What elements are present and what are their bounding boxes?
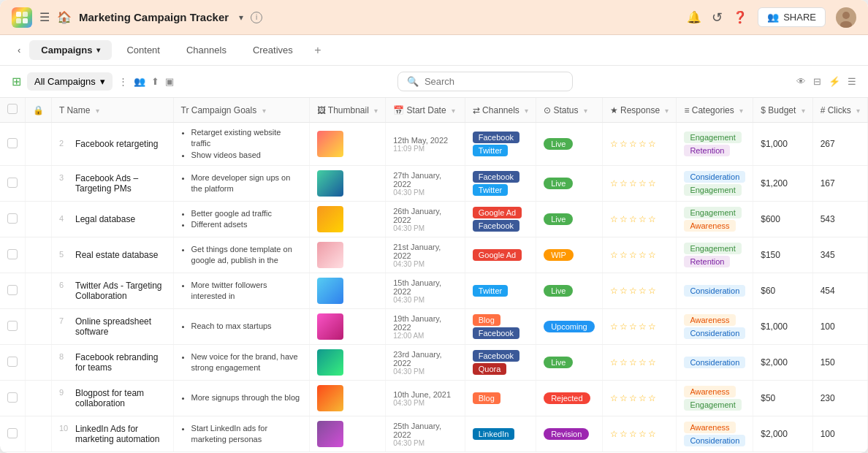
row-goals: New voice for the brand, have strong eng… (173, 345, 309, 381)
more-view-icon[interactable]: ☰ (848, 76, 856, 87)
th-thumbnail[interactable]: 🖼 Thumbnail ▾ (309, 98, 385, 123)
row-checkbox[interactable] (0, 273, 26, 309)
row-budget: $50 (753, 381, 812, 416)
row-categories: AwarenessConsideration (677, 416, 753, 452)
tab-campaigns[interactable]: Campaigns ▾ (29, 40, 112, 60)
status-badge: Live (544, 285, 573, 297)
more-options-icon[interactable]: ⋮ (118, 76, 128, 87)
table-row: 6 Twitter Ads - Targeting Collaboration … (0, 273, 868, 309)
row-categories: EngagementAwareness (677, 202, 753, 237)
th-name[interactable]: T Name ▾ (52, 98, 174, 123)
row-thumbnail (309, 345, 385, 381)
category-tag: Awareness (684, 220, 735, 232)
th-date[interactable]: 📅 Start Date ▾ (386, 98, 465, 123)
th-goals[interactable]: Tr Campaign Goals ▾ (173, 98, 309, 123)
th-checkbox[interactable] (0, 98, 26, 123)
channel-tag: Google Ad (473, 249, 522, 261)
search-bar[interactable]: 🔍 (397, 72, 573, 91)
row-status: Live (536, 345, 603, 381)
thumbnail-image (317, 349, 343, 376)
th-status[interactable]: ⊙ Status ▾ (536, 98, 603, 123)
app-logo (12, 7, 32, 28)
tab-channels[interactable]: Channels (175, 40, 238, 60)
all-campaigns-button[interactable]: All Campaigns ▾ (27, 72, 113, 91)
app-wrapper: ☰ 🏠 Marketing Campaign Tracker ▾ i 🔔 ↺ ❓… (0, 0, 868, 453)
table-container: 🔒 T Name ▾ Tr Campaign Goals ▾ 🖼 Thumbna… (0, 98, 868, 453)
history-icon[interactable]: ↺ (712, 9, 723, 26)
row-goals: More twitter followers interested in (173, 273, 309, 309)
notification-icon[interactable]: 🔔 (687, 10, 701, 24)
row-checkbox[interactable] (0, 123, 26, 166)
th-categories[interactable]: ≡ Categories ▾ (677, 98, 753, 123)
hidden-fields-icon[interactable]: 👁 (796, 76, 806, 87)
share-button[interactable]: 👥 SHARE (758, 7, 826, 27)
table-row: 8 Facebook rebranding for teams New voic… (0, 345, 868, 381)
toolbar-icons: ⋮ 👥 ⬆ ▣ (118, 76, 174, 87)
dropdown-chevron-icon: ▾ (100, 76, 105, 87)
row-status: Live (536, 123, 603, 166)
table-row: 2 Facebook retargeting Retarget existing… (0, 123, 868, 166)
row-date: 27th January, 202204:30 PM (386, 166, 465, 202)
svg-rect-0 (16, 12, 21, 17)
status-badge: Upcoming (544, 321, 595, 332)
nav-tab-arrow[interactable]: ‹ (12, 40, 26, 60)
row-lock (26, 309, 52, 345)
row-checkbox[interactable] (0, 381, 26, 416)
row-name: 4 Legal database (52, 202, 174, 237)
row-budget: $2,000 (753, 345, 812, 381)
row-date: 25th January, 202204:30 PM (386, 416, 465, 452)
row-categories: EngagementRetention (677, 123, 753, 166)
filter-icon[interactable]: ⊟ (813, 76, 821, 87)
tab-content[interactable]: Content (115, 40, 172, 60)
app-title: Marketing Campaign Tracker (79, 11, 229, 23)
row-channels: Google Ad (465, 237, 536, 273)
category-tag: Consideration (684, 435, 745, 446)
row-goals: More signups through the blog (173, 381, 309, 416)
row-lock (26, 237, 52, 273)
table-header-row: 🔒 T Name ▾ Tr Campaign Goals ▾ 🖼 Thumbna… (0, 98, 868, 123)
thumbnail-image (317, 385, 343, 411)
view-icon[interactable]: ▣ (165, 76, 174, 87)
response-stars: ☆☆☆☆☆ (610, 393, 658, 403)
row-status: WIP (536, 237, 603, 273)
th-response[interactable]: ★ Response ▾ (602, 98, 677, 123)
th-channels[interactable]: ⇄ Channels ▾ (465, 98, 536, 123)
title-chevron-icon[interactable]: ▾ (239, 12, 243, 23)
th-budget[interactable]: $ Budget ▾ (753, 98, 812, 123)
hamburger-icon[interactable]: ☰ (39, 10, 50, 24)
add-tab-button[interactable]: + (308, 40, 328, 61)
sort-icon[interactable]: ⚡ (829, 76, 840, 87)
table-row: 10 LinkedIn Ads for marketing automation… (0, 416, 868, 452)
top-bar: ☰ 🏠 Marketing Campaign Tracker ▾ i 🔔 ↺ ❓… (0, 0, 868, 35)
export-icon[interactable]: ⬆ (151, 76, 159, 87)
group-icon[interactable]: 👥 (134, 76, 145, 87)
category-tag: Engagement (684, 243, 741, 254)
search-input[interactable] (425, 76, 563, 87)
row-checkbox[interactable] (0, 345, 26, 381)
th-clicks[interactable]: # Clicks ▾ (812, 98, 867, 123)
category-tag: Awareness (684, 314, 735, 326)
table-row: 9 Blogpost for team collaboration More s… (0, 381, 868, 416)
row-lock (26, 123, 52, 166)
row-clicks: 230 (812, 381, 867, 416)
response-stars: ☆☆☆☆☆ (610, 178, 658, 189)
row-checkbox[interactable] (0, 309, 26, 345)
channel-tag: Twitter (473, 184, 508, 196)
row-thumbnail (309, 309, 385, 345)
row-checkbox[interactable] (0, 416, 26, 452)
channel-tag: Facebook (473, 171, 519, 183)
row-clicks: 267 (812, 123, 867, 166)
row-thumbnail (309, 202, 385, 237)
channel-tag: LinkedIn (473, 428, 515, 440)
tab-creatives[interactable]: Creatives (241, 40, 305, 60)
row-response: ☆☆☆☆☆ (602, 123, 677, 166)
row-checkbox[interactable] (0, 202, 26, 237)
row-checkbox[interactable] (0, 166, 26, 202)
row-checkbox[interactable] (0, 237, 26, 273)
info-icon[interactable]: i (251, 12, 262, 23)
response-stars: ☆☆☆☆☆ (610, 250, 658, 260)
help-icon[interactable]: ❓ (733, 10, 747, 24)
status-badge: WIP (544, 249, 574, 261)
row-name: 10 LinkedIn Ads for marketing automation (52, 416, 174, 452)
category-tag: Engagement (684, 207, 741, 218)
